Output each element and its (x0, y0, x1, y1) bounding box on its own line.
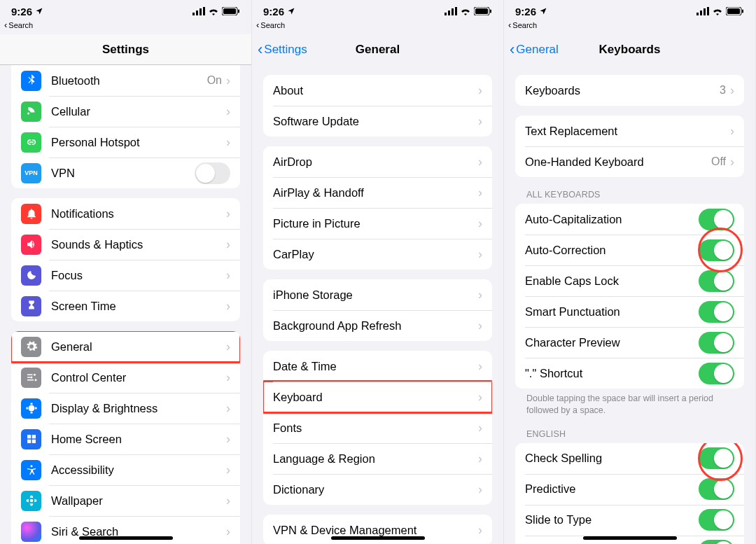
toggle-caps-lock[interactable] (699, 270, 734, 292)
nav-back-button[interactable]: ‹ General (510, 42, 559, 57)
hotspot-icon (21, 132, 41, 153)
row-auto-correction[interactable]: Auto-Correction (515, 235, 744, 265)
row-focus[interactable]: Focus › (11, 260, 240, 291)
row-vpn[interactable]: VPN VPN (11, 158, 240, 188)
nav-back-button[interactable]: ‹ Settings (258, 42, 307, 57)
screen-general: 9:26 ‹ Search ‹ Settings General About› … (252, 0, 504, 544)
row-label: Dictionary (273, 483, 478, 496)
row-software-update[interactable]: Software Update› (263, 106, 492, 137)
svg-rect-24 (742, 10, 743, 13)
toggle-delete-slide-word[interactable] (699, 540, 734, 544)
row-check-spelling[interactable]: Check Spelling (515, 443, 744, 474)
row-home-screen[interactable]: Home Screen › (11, 424, 240, 454)
general-scroll[interactable]: About› Software Update› AirDrop› AirPlay… (252, 65, 503, 544)
row-cellular[interactable]: Cellular › (11, 96, 240, 127)
section-header-all: ALL KEYBOARDS (504, 177, 755, 204)
toggle-predictive[interactable] (699, 478, 734, 500)
chevron-left-icon: ‹ (510, 42, 514, 57)
row-value: On (207, 74, 222, 87)
row-keyboard[interactable]: Keyboard› (263, 382, 492, 412)
row-dictionary[interactable]: Dictionary› (263, 474, 492, 505)
row-label: VPN (51, 167, 195, 180)
row-one-handed[interactable]: One-Handed Keyboard Off › (515, 146, 744, 177)
row-text-replacement[interactable]: Text Replacement › (515, 116, 744, 146)
row-label: About (273, 84, 478, 97)
moon-icon (21, 265, 41, 286)
row-character-preview[interactable]: Character Preview (515, 327, 744, 358)
chevron-right-icon: › (478, 186, 482, 200)
toggle-check-spelling[interactable] (699, 447, 734, 469)
row-slide-to-type[interactable]: Slide to Type (515, 505, 744, 536)
group-localization: Date & Time› Keyboard› Fonts› Language &… (263, 351, 492, 505)
row-smart-punctuation[interactable]: Smart Punctuation (515, 296, 744, 327)
chevron-right-icon: › (226, 237, 230, 252)
row-auto-capitalization[interactable]: Auto-Capitalization (515, 204, 744, 235)
section-header-english: ENGLISH (504, 417, 755, 443)
home-indicator[interactable] (331, 536, 425, 540)
chevron-left-icon: ‹ (4, 20, 7, 30)
row-general[interactable]: General › (11, 331, 240, 362)
row-display[interactable]: Display & Brightness › (11, 393, 240, 424)
status-bar: 9:26 (0, 4, 251, 18)
row-date-time[interactable]: Date & Time› (263, 351, 492, 382)
breadcrumb-back-search[interactable]: ‹ Search (0, 18, 251, 34)
toggle-smart-punct[interactable] (699, 301, 734, 323)
row-carplay[interactable]: CarPlay› (263, 239, 492, 270)
chevron-right-icon: › (478, 83, 482, 98)
toggle-auto-cap[interactable] (699, 209, 734, 230)
row-caps-lock[interactable]: Enable Caps Lock (515, 265, 744, 296)
keyboards-scroll[interactable]: Keyboards 3 › Text Replacement › One-Han… (504, 65, 755, 544)
row-period-shortcut[interactable]: "." Shortcut (515, 358, 744, 389)
group-english: Check Spelling Predictive Slide to Type … (515, 443, 744, 544)
section-footer-all: Double tapping the space bar will insert… (504, 389, 755, 417)
row-storage[interactable]: iPhone Storage› (263, 279, 492, 310)
row-label: VPN & Device Management (273, 524, 478, 537)
chevron-right-icon: › (226, 135, 230, 150)
row-pip[interactable]: Picture in Picture› (263, 208, 492, 239)
toggle-slide-type[interactable] (699, 509, 734, 531)
svg-rect-20 (704, 8, 706, 15)
status-time: 9:26 (263, 6, 284, 18)
row-wallpaper[interactable]: Wallpaper › (11, 485, 240, 516)
row-screen-time[interactable]: Screen Time › (11, 291, 240, 321)
chevron-right-icon: › (478, 288, 482, 302)
row-accessibility[interactable]: Accessibility › (11, 454, 240, 485)
group-general: General › Control Center › Display & Bri… (11, 331, 240, 544)
row-siri[interactable]: Siri & Search › (11, 516, 240, 544)
row-keyboards[interactable]: Keyboards 3 › (515, 75, 744, 106)
settings-scroll[interactable]: Bluetooth On › Cellular › Personal Hotsp… (0, 65, 251, 544)
svg-rect-12 (448, 11, 450, 15)
row-fonts[interactable]: Fonts› (263, 412, 492, 443)
toggle-auto-correction[interactable] (699, 239, 734, 261)
toggle-period-shortcut[interactable] (699, 363, 734, 384)
accessibility-icon (21, 460, 41, 480)
svg-rect-18 (696, 13, 699, 15)
toggle-char-preview[interactable] (699, 332, 734, 354)
row-label: Keyboard (273, 391, 478, 404)
svg-rect-1 (196, 11, 198, 15)
home-indicator[interactable] (79, 536, 173, 540)
row-sounds[interactable]: Sounds & Haptics › (11, 229, 240, 260)
row-label: Character Preview (525, 336, 699, 349)
row-label: Picture in Picture (273, 217, 478, 230)
row-language-region[interactable]: Language & Region› (263, 443, 492, 474)
row-value: Off (711, 155, 726, 168)
row-about[interactable]: About› (263, 75, 492, 106)
row-control-center[interactable]: Control Center › (11, 362, 240, 393)
row-notifications[interactable]: Notifications › (11, 198, 240, 229)
breadcrumb-back-search[interactable]: ‹ Search (504, 18, 755, 34)
row-personal-hotspot[interactable]: Personal Hotspot › (11, 127, 240, 158)
page-title: General (356, 43, 400, 57)
screen-keyboards: 9:26 ‹ Search ‹ General Keyboards Keyboa… (504, 0, 756, 544)
home-indicator[interactable] (583, 536, 677, 540)
row-predictive[interactable]: Predictive (515, 474, 744, 505)
status-time: 9:26 (515, 6, 536, 18)
vpn-icon: VPN (21, 163, 41, 183)
row-airplay[interactable]: AirPlay & Handoff› (263, 177, 492, 208)
breadcrumb-back-search[interactable]: ‹ Search (252, 18, 503, 34)
row-bluetooth[interactable]: Bluetooth On › (11, 65, 240, 96)
group-connectivity: Bluetooth On › Cellular › Personal Hotsp… (11, 65, 240, 188)
row-bg-refresh[interactable]: Background App Refresh› (263, 310, 492, 341)
row-airdrop[interactable]: AirDrop› (263, 146, 492, 177)
vpn-toggle[interactable] (195, 162, 230, 184)
